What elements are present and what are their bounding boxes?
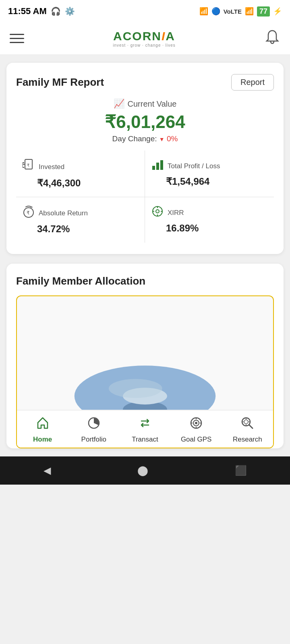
stat-abs-return: ₹ Absolute Return 34.72% xyxy=(16,197,145,243)
stat-xirr-header: XIRR xyxy=(151,205,267,220)
stat-return-header: ₹ Absolute Return xyxy=(23,205,138,221)
stat-invested: ₹ Invested ₹4,46,300 xyxy=(16,151,145,197)
back-button[interactable]: ◀ xyxy=(44,465,51,476)
nav-transact-label: Transact xyxy=(132,436,158,444)
svg-text:₹: ₹ xyxy=(27,163,29,167)
day-change-row: Day Change: ▼ 0% xyxy=(16,134,274,143)
invested-value: ₹4,46,300 xyxy=(37,178,138,189)
nav-goal-gps[interactable]: Goal GPS xyxy=(176,416,216,444)
nav-goal-gps-label: Goal GPS xyxy=(181,436,212,444)
mf-report-title: Family MF Report xyxy=(16,76,104,89)
app-logo: ACORNIA invest · grow · change · lives xyxy=(113,29,176,47)
transact-icon xyxy=(138,416,152,433)
svg-point-28 xyxy=(244,420,248,424)
bell-icon xyxy=(264,29,280,47)
settings-icon: ⚙️ xyxy=(65,6,75,16)
invested-label: Invested xyxy=(39,163,64,171)
svg-rect-6 xyxy=(152,166,155,170)
charging-icon: ⚡ xyxy=(273,7,282,16)
down-arrow-icon: ▼ xyxy=(159,136,165,142)
current-value-section: 📈 Current Value ₹6,01,264 Day Change: ▼ … xyxy=(16,99,274,143)
nav-research-label: Research xyxy=(233,436,262,444)
nav-portfolio[interactable]: Portfolio xyxy=(74,416,114,444)
xirr-value: 16.89% xyxy=(166,223,267,234)
svg-point-22 xyxy=(109,379,162,398)
report-button[interactable]: Report xyxy=(231,74,274,91)
wifi-icon: 📶 xyxy=(199,7,208,16)
svg-text:₹: ₹ xyxy=(27,210,30,216)
nav-home-label: Home xyxy=(33,436,52,444)
svg-point-26 xyxy=(195,422,197,424)
day-change-percent: 0% xyxy=(167,134,178,143)
nav-portfolio-label: Portfolio xyxy=(81,436,106,444)
battery-icon: 77 xyxy=(257,6,270,17)
bottom-nav: Home Portfolio xyxy=(17,410,273,448)
bluetooth-icon: 🔵 xyxy=(211,7,220,16)
return-value: 34.72% xyxy=(37,223,138,235)
xirr-icon xyxy=(151,205,164,220)
allocation-title: Family Member Allocation xyxy=(16,275,274,287)
profit-value: ₹1,54,964 xyxy=(166,176,267,187)
time-display: 11:55 AM xyxy=(8,6,47,17)
status-time-group: 11:55 AM 🎧 ⚙️ xyxy=(8,6,75,17)
mf-report-card: Family MF Report Report 📈 Current Value … xyxy=(6,63,284,254)
nav-transact[interactable]: Transact xyxy=(125,416,165,444)
headphone-icon: 🎧 xyxy=(51,6,61,16)
status-bar: 11:55 AM 🎧 ⚙️ 📶 🔵 VoLTE 📶 77 ⚡ xyxy=(0,0,290,23)
return-icon: ₹ xyxy=(23,205,35,221)
app-header: ACORNIA invest · grow · change · lives xyxy=(0,23,290,55)
current-value-label-text: Current Value xyxy=(128,99,177,109)
chart-container: Home Portfolio xyxy=(16,295,274,448)
recents-button[interactable]: ⬛ xyxy=(235,465,247,476)
profit-icon xyxy=(151,159,164,173)
allocation-card: Family Member Allocation xyxy=(6,264,284,448)
system-nav-bar: ◀ ⬤ ⬛ xyxy=(0,456,290,485)
profit-label: Total Profit / Loss xyxy=(168,162,220,170)
svg-rect-7 xyxy=(156,163,159,170)
portfolio-icon xyxy=(87,416,101,433)
stat-profit-loss: Total Profit / Loss ₹1,54,964 xyxy=(145,151,274,197)
home-button[interactable]: ⬤ xyxy=(137,465,148,476)
stats-grid: ₹ Invested ₹4,46,300 xyxy=(16,151,274,243)
goal-gps-icon xyxy=(189,416,203,433)
svg-rect-8 xyxy=(160,160,163,170)
svg-point-12 xyxy=(156,210,159,213)
research-icon xyxy=(240,416,254,433)
day-change-value: ▼ 0% xyxy=(159,134,178,143)
svg-line-29 xyxy=(249,425,253,428)
signal-icon: 📶 xyxy=(245,7,254,16)
status-right-icons: 📶 🔵 VoLTE 📶 77 ⚡ xyxy=(199,6,282,17)
xirr-label: XIRR xyxy=(168,209,184,217)
stat-profit-header: Total Profit / Loss xyxy=(151,159,267,173)
volte-icon: VoLTE xyxy=(224,8,242,15)
main-content: Family MF Report Report 📈 Current Value … xyxy=(0,55,290,456)
nav-home[interactable]: Home xyxy=(23,416,63,444)
card-title-row: Family MF Report Report xyxy=(16,74,274,91)
stat-invested-header: ₹ Invested xyxy=(23,159,138,175)
trend-up-icon: 📈 xyxy=(114,99,124,109)
menu-button[interactable] xyxy=(10,34,24,43)
current-value-label-row: 📈 Current Value xyxy=(16,99,274,109)
invested-icon: ₹ xyxy=(23,159,35,175)
day-change-label: Day Change: xyxy=(112,134,157,143)
nav-research[interactable]: Research xyxy=(227,416,267,444)
return-label: Absolute Return xyxy=(39,209,88,217)
current-value-amount: ₹6,01,264 xyxy=(16,111,274,132)
stat-xirr: XIRR 16.89% xyxy=(145,197,274,243)
home-icon xyxy=(36,416,50,433)
notification-button[interactable] xyxy=(264,29,280,48)
